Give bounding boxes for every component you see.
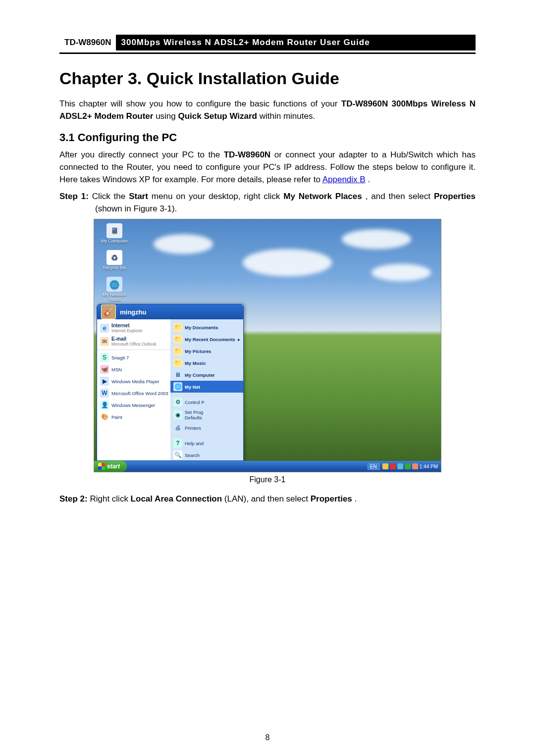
start-item-subtitle: Internet Explorer: [111, 328, 143, 333]
section-bold-model: TD-W8960N: [224, 150, 270, 159]
start-item-snagit[interactable]: S SnagIt 7: [97, 352, 170, 363]
start-item-label: Help and: [185, 441, 204, 446]
intro-text: This chapter will show you how to config…: [59, 99, 341, 108]
figure-caption: Figure 3-1: [59, 475, 476, 484]
start-item-label: Windows Media Player: [111, 379, 160, 384]
user-avatar-icon: 🎸: [101, 304, 116, 319]
step-bold-properties: Properties: [434, 192, 476, 201]
start-item-messenger[interactable]: 👤 Windows Messenger: [97, 399, 170, 411]
start-item-msn[interactable]: 🦋 MSN: [97, 363, 170, 375]
step-text: (shown in Figure 3-1).: [95, 204, 177, 213]
printer-icon: 🖨: [173, 423, 182, 432]
computer-icon: 🖥: [173, 370, 182, 379]
messenger-icon: 👤: [100, 401, 109, 409]
programs-icon: ◉: [173, 410, 182, 419]
start-item-help[interactable]: ? Help and: [170, 437, 243, 449]
tray-icon[interactable]: [405, 463, 411, 469]
start-item-wmp[interactable]: ▶ Windows Media Player: [97, 375, 170, 387]
folder-icon: 📁: [173, 323, 182, 332]
start-item-word[interactable]: W Microsoft Office Word 2003: [97, 387, 170, 399]
start-item-my-documents[interactable]: 📁 My Documents: [170, 321, 243, 333]
start-item-label: Paint: [111, 414, 122, 420]
step-2: Step 2: Right click Local Area Connectio…: [59, 493, 476, 505]
start-item-email[interactable]: ✉ E-mailMicrosoft Office Outlook: [97, 335, 170, 348]
network-icon: 🌐: [173, 382, 182, 391]
appendix-link[interactable]: Appendix B: [322, 175, 366, 184]
taskbar-clock: 1:44 PM: [420, 464, 438, 469]
start-item-label: My Music: [185, 360, 206, 366]
intro-text: within minutes.: [260, 111, 315, 121]
tray-icon[interactable]: [382, 463, 388, 469]
start-item-my-pictures[interactable]: 📁 My Pictures: [170, 345, 243, 357]
desktop-icon-label: My Computer: [97, 239, 132, 244]
start-item-printers[interactable]: 🖨 Printers: [170, 422, 243, 434]
step-bold-lan: Local Area Connection: [131, 494, 222, 504]
start-item-title: Internet: [111, 323, 143, 328]
start-menu: 🎸 mingzhu e InternetInternet Explorer ✉ …: [97, 304, 244, 461]
start-item-internet[interactable]: e InternetInternet Explorer: [97, 321, 170, 335]
word-icon: W: [100, 389, 109, 398]
network-icon: 🌐: [107, 277, 122, 292]
control-panel-icon: ⚙: [173, 398, 182, 406]
start-button[interactable]: start: [94, 461, 127, 472]
desktop-icon-my-computer[interactable]: 🖥 My Computer: [97, 223, 132, 244]
tray-icon[interactable]: [390, 463, 396, 469]
start-item-label: Microsoft Office Word 2003: [111, 391, 168, 396]
start-item-label: Printers: [185, 425, 201, 431]
start-menu-header: 🎸 mingzhu: [97, 304, 243, 319]
folder-icon: 📁: [173, 347, 182, 355]
intro-paragraph: This chapter will show you how to config…: [59, 98, 476, 122]
start-item-subtitle: Microsoft Office Outlook: [111, 342, 157, 347]
start-item-title: E-mail: [111, 336, 157, 342]
step-bold-mnp: My Network Places: [283, 192, 362, 201]
section-text: .: [368, 175, 370, 184]
start-button-label: start: [107, 463, 120, 470]
figure-3-1-screenshot: 🖥 My Computer ♻ Recycle Bin 🌐 My Network…: [94, 219, 441, 472]
start-item-my-computer[interactable]: 🖥 My Computer: [170, 369, 243, 381]
ie-icon: e: [100, 324, 109, 333]
computer-icon: 🖥: [107, 223, 122, 238]
desktop-icon-label: My Network Places: [97, 293, 132, 302]
outlook-icon: ✉: [100, 337, 109, 346]
start-item-label: Search: [185, 453, 200, 458]
chevron-right-icon: ▸: [238, 337, 240, 342]
section-text: After you directly connect your PC to th…: [59, 150, 224, 159]
step-text: .: [355, 494, 357, 504]
start-menu-username: mingzhu: [120, 308, 146, 316]
start-item-label: Windows Messenger: [111, 403, 155, 408]
tray-icon[interactable]: [412, 463, 418, 469]
step-text: menu on your desktop, right click: [152, 192, 283, 201]
paint-icon: 🎨: [100, 412, 109, 421]
step-label: Step 2:: [59, 494, 88, 504]
start-item-label: My Computer: [185, 372, 215, 378]
desktop-icon-label: Recycle Bin: [97, 266, 132, 271]
start-item-label: My Recent Documents: [185, 337, 235, 342]
start-item-paint[interactable]: 🎨 Paint: [97, 411, 170, 423]
start-item-my-network-places[interactable]: 🌐 My Net: [170, 381, 243, 393]
start-item-my-recent-documents[interactable]: 📁 My Recent Documents ▸: [170, 333, 243, 345]
start-menu-left-column: e InternetInternet Explorer ✉ E-mailMicr…: [97, 319, 170, 461]
start-item-label: MSN: [111, 367, 122, 372]
desktop-icon-my-network-places[interactable]: 🌐 My Network Places: [97, 277, 132, 302]
desktop-icon-recycle-bin[interactable]: ♻ Recycle Bin: [97, 250, 132, 271]
language-indicator[interactable]: EN: [368, 463, 379, 470]
start-item-label: Defaults: [185, 415, 202, 420]
help-icon: ?: [173, 439, 182, 448]
taskbar: start EN 1:44 PM: [94, 461, 441, 472]
tray-icon[interactable]: [397, 463, 403, 469]
start-item-search[interactable]: 🔍 Search: [170, 449, 243, 461]
step-text: Right click: [90, 494, 130, 504]
page-number: 8: [0, 733, 535, 742]
intro-text: using: [156, 111, 178, 121]
wmp-icon: ▶: [100, 377, 109, 386]
step-text: (LAN), and then select: [224, 494, 311, 504]
start-item-control-panel[interactable]: ⚙ Control P: [170, 396, 243, 408]
search-icon: 🔍: [173, 451, 182, 459]
step-label: Step 1:: [59, 192, 89, 201]
step-text: Click the: [92, 192, 129, 201]
header-model: TD-W8960N: [59, 35, 116, 50]
start-item-set-program-access[interactable]: ◉ Set ProgDefaults: [170, 408, 243, 422]
start-item-my-music[interactable]: 📁 My Music: [170, 357, 243, 369]
header-guide-title: 300Mbps Wireless N ADSL2+ Modem Router U…: [116, 35, 476, 50]
step-bold-start: Start: [129, 192, 148, 201]
